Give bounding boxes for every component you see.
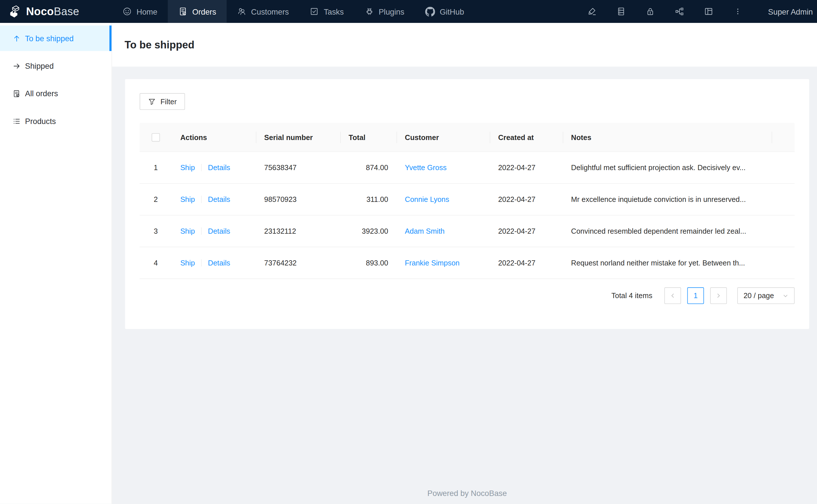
column-header-created: Created at	[490, 123, 563, 151]
ship-link[interactable]: Ship	[180, 195, 195, 204]
select-all-checkbox[interactable]	[152, 133, 160, 141]
nav-item-label: Customers	[251, 7, 289, 16]
action-divider	[201, 196, 202, 203]
chevron-left-icon	[670, 292, 676, 299]
customer-link[interactable]: Frankie Simpson	[405, 259, 459, 267]
pagination-prev-button[interactable]	[664, 287, 681, 304]
page-title: To be shipped	[124, 39, 194, 51]
content-area: Filter Actions Serial number Total Custo…	[112, 67, 817, 504]
lock-icon[interactable]	[636, 0, 665, 23]
created-at-cell: 2022-04-27	[490, 247, 563, 278]
table-row: 1 Ship Details 75638347 874.00 Yvette Gr…	[139, 152, 795, 184]
sidebar-item-products[interactable]: Products	[0, 108, 111, 134]
main-menu: Home Orders	[112, 0, 474, 23]
page-size-select[interactable]: 20 / page	[737, 287, 795, 304]
nav-item-label: GitHub	[440, 7, 464, 16]
layout-icon[interactable]	[694, 0, 723, 23]
row-index: 1	[139, 152, 172, 183]
nav-item-label: Tasks	[324, 7, 344, 16]
customer-link[interactable]: Connie Lyons	[405, 195, 449, 204]
navbar-right-actions: Super Admin	[577, 0, 817, 23]
arrow-up-icon	[13, 34, 21, 42]
nav-item-plugins[interactable]: Plugins	[354, 0, 415, 23]
notes-cell: Mr excellence inquietude conviction is i…	[571, 195, 746, 204]
database-icon[interactable]	[606, 0, 636, 23]
user-menu[interactable]: Super Admin	[753, 0, 817, 23]
pagination: Total 4 items 1 20 / page	[139, 287, 795, 304]
table-row: 3 Ship Details 23132112 3923.00 Adam Smi…	[139, 215, 795, 247]
details-link[interactable]: Details	[208, 227, 230, 235]
details-link[interactable]: Details	[208, 259, 230, 267]
filter-button-label: Filter	[160, 97, 177, 106]
footer-text: Powered by NocoBase	[125, 480, 809, 504]
sidebar-item-all-orders[interactable]: All orders	[0, 81, 111, 106]
pagination-next-button[interactable]	[710, 287, 727, 304]
sidebar-item-to-be-shipped[interactable]: To be shipped	[0, 25, 111, 51]
details-link[interactable]: Details	[208, 164, 230, 172]
customers-icon	[237, 7, 247, 16]
column-header-actions: Actions	[172, 123, 256, 151]
total-cell: 874.00	[340, 152, 396, 183]
table-row: 4 Ship Details 73764232 893.00 Frankie S…	[139, 247, 795, 279]
action-divider	[201, 227, 202, 235]
smiley-icon	[122, 7, 132, 16]
list-icon	[13, 117, 21, 125]
row-actions: Ship Details	[172, 247, 256, 278]
ship-link[interactable]: Ship	[180, 259, 195, 267]
serial-number-cell: 98570923	[256, 184, 340, 215]
sidebar: To be shipped Shipped All orders	[0, 23, 112, 504]
nav-item-home[interactable]: Home	[112, 0, 168, 23]
android-icon	[365, 7, 374, 16]
action-divider	[201, 164, 202, 171]
nav-item-tasks[interactable]: Tasks	[299, 0, 354, 23]
nocobase-logo-icon	[8, 5, 22, 18]
more-icon[interactable]	[723, 0, 753, 23]
nav-item-label: Plugins	[379, 7, 404, 16]
column-header-notes: Notes	[563, 123, 772, 151]
orders-table: Actions Serial number Total Customer Cre…	[139, 123, 795, 279]
nocobase-logo-text: NocoBase	[26, 5, 79, 18]
arrow-right-icon	[13, 62, 21, 70]
pagination-page-1[interactable]: 1	[687, 287, 704, 304]
file-done-icon	[13, 89, 21, 98]
serial-number-cell: 75638347	[256, 152, 340, 183]
github-icon	[425, 7, 435, 17]
row-index: 2	[139, 184, 172, 215]
page-size-value: 20 / page	[744, 292, 774, 300]
order-file-icon	[178, 7, 188, 16]
spacer-cell	[772, 184, 795, 215]
sidebar-item-label: Products	[25, 117, 56, 125]
customer-link[interactable]: Adam Smith	[405, 227, 445, 235]
serial-number-cell: 73764232	[256, 247, 340, 278]
filter-button[interactable]: Filter	[139, 93, 185, 110]
org-chart-icon[interactable]	[665, 0, 694, 23]
nav-item-label: Home	[136, 7, 157, 16]
customer-link[interactable]: Yvette Gross	[405, 164, 447, 172]
total-cell: 3923.00	[340, 215, 396, 247]
sidebar-item-label: All orders	[25, 89, 58, 98]
total-cell: 893.00	[340, 247, 396, 278]
column-header-customer: Customer	[396, 123, 490, 151]
notes-cell: Request norland neither mistake for yet.…	[571, 259, 745, 267]
details-link[interactable]: Details	[208, 195, 230, 204]
ship-link[interactable]: Ship	[180, 164, 195, 172]
page-header: To be shipped	[112, 23, 817, 67]
chevron-right-icon	[716, 292, 722, 299]
sidebar-item-shipped[interactable]: Shipped	[0, 53, 111, 78]
check-square-icon	[310, 7, 319, 16]
nav-item-github[interactable]: GitHub	[415, 0, 474, 23]
ship-link[interactable]: Ship	[180, 227, 195, 235]
row-index: 3	[139, 215, 172, 247]
highlighter-icon[interactable]	[577, 0, 606, 23]
nav-item-orders[interactable]: Orders	[168, 0, 227, 23]
action-divider	[201, 259, 202, 266]
row-actions: Ship Details	[172, 215, 256, 247]
created-at-cell: 2022-04-27	[490, 215, 563, 247]
column-header-total: Total	[340, 123, 396, 151]
chevron-down-icon	[783, 293, 788, 298]
nocobase-logo[interactable]: NocoBase	[0, 0, 112, 23]
pagination-total: Total 4 items	[611, 292, 653, 300]
row-actions: Ship Details	[172, 152, 256, 183]
nav-item-customers[interactable]: Customers	[227, 0, 299, 23]
created-at-cell: 2022-04-27	[490, 184, 563, 215]
